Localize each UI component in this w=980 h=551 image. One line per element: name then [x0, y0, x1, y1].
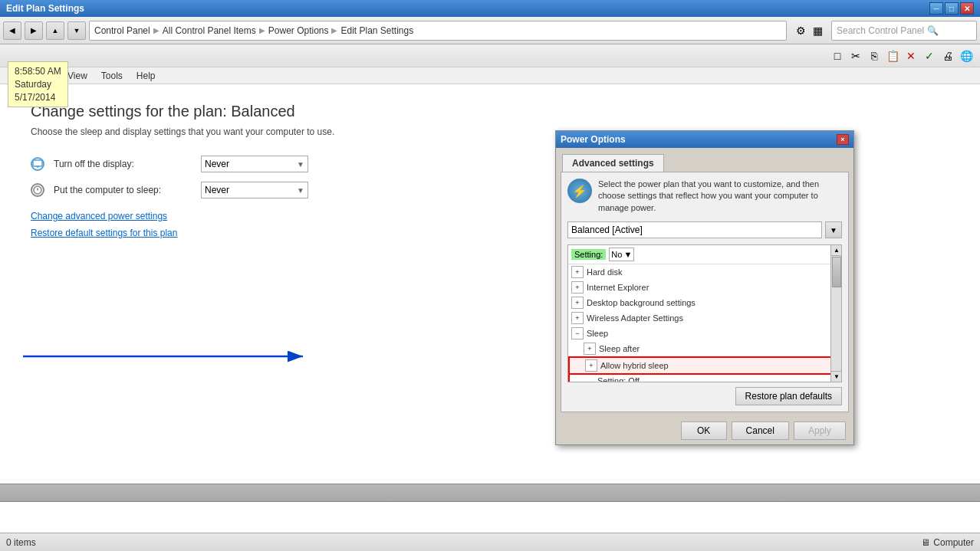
menu-help[interactable]: Help	[130, 69, 162, 83]
tree-item-harddisk[interactable]: + Hard disk	[568, 264, 841, 280]
tree-label-harddisk: Hard disk	[587, 267, 622, 277]
display-dropdown[interactable]: Never ▼	[201, 156, 308, 172]
tree-container[interactable]: Setting: No ▼ + Hard disk + Internet Exp…	[567, 244, 842, 382]
tree-item-ie[interactable]: + Internet Explorer	[568, 280, 841, 295]
toolbar-icon-cut[interactable]: ✂	[848, 48, 863, 64]
dialog-button-row: OK Cancel Apply	[556, 417, 853, 444]
setting-value-dropdown[interactable]: No ▼	[609, 248, 634, 261]
toolbar-icon-delete[interactable]: ✕	[903, 48, 919, 64]
tree-label-sleep: Sleep	[587, 329, 608, 338]
expand-wireless[interactable]: +	[571, 312, 584, 324]
expand-ie[interactable]: +	[571, 281, 584, 294]
scroll-thumb[interactable]	[832, 257, 841, 287]
display-icon	[31, 157, 44, 171]
window-title: Edit Plan Settings	[6, 3, 84, 14]
plan-dropdown[interactable]: Balanced [Active]	[567, 221, 822, 238]
svg-rect-0	[33, 160, 42, 166]
breadcrumb-item-2[interactable]: All Control Panel Items	[163, 25, 256, 36]
search-box[interactable]: Search Control Panel 🔍	[831, 21, 977, 41]
forward-button[interactable]: ▶	[25, 21, 43, 40]
toolbar-icon-1[interactable]: □	[830, 48, 845, 64]
scroll-up-button[interactable]: ▲	[831, 245, 842, 256]
datetime-tooltip: 8:58:50 AM Saturday 5/17/2014	[8, 61, 68, 107]
sleep-label: Put the computer to sleep:	[54, 185, 192, 195]
tree-label-sleep-after: Sleep after	[599, 344, 640, 353]
tree-item-hybrid-sleep[interactable]: + Allow hybrid sleep	[568, 356, 841, 375]
breadcrumb-item-4[interactable]: Edit Plan Settings	[340, 25, 413, 36]
dialog-description-area: ⚡ Select the power plan that you want to…	[567, 179, 842, 214]
top-toolbar: □ ✂ ⎘ 📋 ✕ ✓ 🖨 🌐	[0, 44, 980, 67]
scroll-down-button[interactable]: ▼	[831, 371, 842, 382]
menu-bar: File Edit View Tools Help	[0, 67, 980, 84]
toolbar-icon-check[interactable]: ✓	[922, 48, 937, 64]
dialog-title: Power Options	[561, 134, 626, 145]
restore-defaults-link[interactable]: Restore default settings for this plan	[31, 228, 177, 238]
expand-harddisk[interactable]: +	[571, 266, 584, 278]
breadcrumb-item-3[interactable]: Power Options	[268, 25, 329, 36]
expand-desktop[interactable]: +	[571, 297, 584, 309]
expand-sleep-after[interactable]: +	[584, 343, 596, 355]
hybrid-sleep-container: + Allow hybrid sleep Setting: Off	[568, 356, 841, 382]
restore-plan-defaults-button[interactable]: Restore plan defaults	[735, 387, 842, 405]
tree-item-desktop[interactable]: + Desktop background settings	[568, 295, 841, 310]
sleep-dropdown-arrow: ▼	[297, 186, 304, 195]
dialog-tab-area: Advanced settings	[556, 148, 853, 172]
up-button[interactable]: ▲	[46, 21, 64, 40]
back-button[interactable]: ◀	[3, 21, 21, 40]
tree-item-hybrid-sleep-setting: Setting: Off	[568, 375, 841, 382]
dropdown-button[interactable]: ▼	[67, 21, 86, 40]
power-options-dialog[interactable]: Power Options × Advanced settings ⚡ Sele…	[555, 130, 854, 445]
title-bar-buttons: ─ □ ✕	[929, 2, 974, 15]
toolbar-icon-paste[interactable]: 📋	[885, 48, 900, 64]
expand-sleep[interactable]: −	[571, 327, 584, 339]
datetime-time: 8:58:50 AM	[15, 65, 61, 78]
breadcrumb-sep-2: ▶	[259, 26, 265, 34]
tree-label-hybrid-sleep-setting: Setting: Off	[597, 376, 640, 382]
status-bar: 0 items 🖥 Computer	[0, 533, 980, 551]
setting-value: No	[611, 250, 622, 259]
page-title: Change settings for the plan: Balanced	[31, 103, 949, 120]
dialog-content: ⚡ Select the power plan that you want to…	[561, 172, 849, 412]
tree-item-wireless[interactable]: + Wireless Adapter Settings	[568, 310, 841, 326]
restore-btn-container: Restore plan defaults	[567, 387, 842, 405]
minimize-button[interactable]: ─	[929, 2, 943, 15]
tree-label-ie: Internet Explorer	[587, 283, 649, 292]
tree-item-sleep[interactable]: − Sleep	[568, 326, 841, 341]
setting-row-top: Setting: No ▼	[568, 245, 841, 264]
computer-label: Computer	[933, 537, 974, 548]
cancel-button[interactable]: Cancel	[732, 421, 789, 440]
ok-button[interactable]: OK	[681, 421, 727, 440]
search-placeholder: Search Control Panel	[837, 25, 924, 36]
datetime-day: Saturday	[15, 78, 61, 91]
toolbar-icon-copy[interactable]: ⎘	[867, 48, 882, 64]
views-icon[interactable]: ▦	[810, 23, 825, 38]
breadcrumb-sep-3: ▶	[331, 26, 337, 34]
title-bar: Edit Plan Settings ─ □ ✕	[0, 0, 980, 17]
sleep-value: Never	[205, 185, 229, 195]
tree-item-sleep-after[interactable]: + Sleep after	[568, 341, 841, 356]
breadcrumb-item[interactable]: Control Panel	[94, 25, 150, 36]
power-icon: ⚡	[567, 179, 592, 203]
menu-tools[interactable]: Tools	[95, 69, 129, 83]
tree-scrollbar[interactable]: ▲ ▼	[830, 245, 841, 382]
advanced-settings-tab[interactable]: Advanced settings	[562, 154, 664, 172]
dialog-title-bar: Power Options ×	[556, 131, 853, 148]
organize-icon[interactable]: ⚙	[793, 23, 808, 38]
dialog-close-button[interactable]: ×	[837, 134, 849, 145]
advanced-settings-link[interactable]: Change advanced power settings	[31, 211, 167, 221]
computer-label-area: 🖥 Computer	[921, 537, 974, 548]
toolbar-icon-globe[interactable]: 🌐	[959, 48, 974, 64]
expand-hybrid-sleep[interactable]: +	[585, 359, 597, 372]
apply-button[interactable]: Apply	[794, 421, 846, 440]
items-count: 0 items	[6, 537, 36, 548]
dialog-description-text: Select the power plan that you want to c…	[598, 179, 842, 214]
plan-dropdown-button[interactable]: ▼	[825, 221, 842, 238]
display-label: Turn off the display:	[54, 159, 192, 169]
datetime-date: 5/17/2014	[15, 91, 61, 104]
close-button[interactable]: ✕	[960, 2, 974, 15]
sleep-dropdown[interactable]: Never ▼	[201, 182, 308, 198]
toolbar-icon-print[interactable]: 🖨	[940, 48, 955, 64]
breadcrumb-bar: Control Panel ▶ All Control Panel Items …	[89, 21, 787, 41]
display-dropdown-arrow: ▼	[297, 160, 304, 169]
maximize-button[interactable]: □	[945, 2, 959, 15]
